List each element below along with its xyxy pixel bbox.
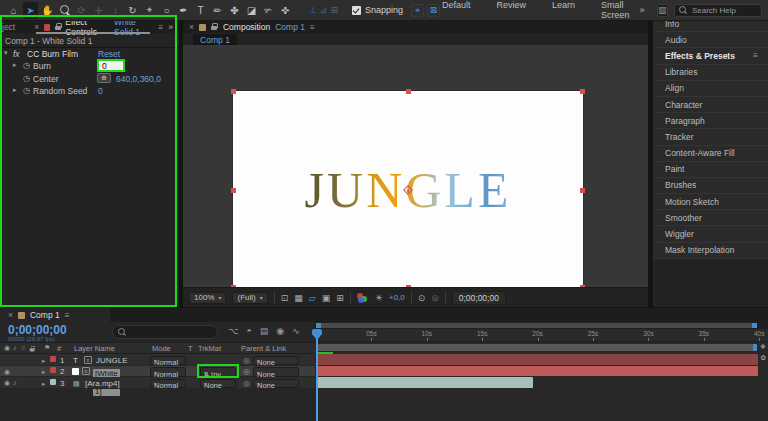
selection-tool[interactable]: ➤ [23, 2, 38, 19]
preview-timecode[interactable]: 0;00;00;00 [452, 291, 506, 305]
twirl-closed-icon[interactable]: ▸ [42, 357, 45, 365]
panel-mask-interpolation[interactable]: Mask Interpolation [653, 243, 768, 259]
snap-along-edges-icon[interactable]: ⊠ [427, 4, 440, 17]
resolution-dropdown[interactable]: (Full) ▾ [232, 292, 267, 304]
scrollbar-handle-left[interactable] [316, 323, 321, 328]
panel-menu-icon[interactable]: ≡ [159, 23, 164, 32]
duration-bar-jungle[interactable] [316, 354, 758, 365]
timeline-tab[interactable]: × Comp 1 ≡ [0, 308, 110, 322]
layer-color-chip[interactable] [50, 379, 56, 385]
panel-menu-icon[interactable]: ≡ [310, 23, 315, 32]
panel-smoother[interactable]: Smoother [653, 210, 768, 226]
home-tool[interactable]: ⌂ [6, 2, 21, 19]
view-axis-mode[interactable]: ⊞ [330, 5, 338, 15]
playhead-handle[interactable] [312, 329, 322, 340]
twirl-closed-icon[interactable]: ▸ [13, 61, 17, 69]
panel-paragraph[interactable]: Paragraph [653, 113, 768, 129]
point-target-button[interactable]: ⊕ [97, 73, 111, 83]
panel-wiggler[interactable]: Wiggler [653, 226, 768, 242]
panel-effects-presets[interactable]: Effects & Presets≡ [653, 48, 768, 64]
panel-content-aware-fill[interactable]: Content-Aware Fill [653, 146, 768, 162]
composition-pasteboard[interactable]: JUNGLE [183, 45, 648, 287]
orbit-camera-tool[interactable]: ⟳ [74, 2, 89, 19]
help-search-input[interactable]: Search Help [674, 4, 762, 17]
eye-icon[interactable]: ◉ [4, 344, 10, 352]
trkmat-dropdown[interactable]: None ▾ [200, 379, 236, 389]
blend-mode-dropdown[interactable]: Normal ▾ [150, 379, 186, 389]
scrollbar-thumb[interactable] [316, 323, 757, 328]
panel-align[interactable]: Align [653, 81, 768, 97]
layer-row-white-solid[interactable]: ◉ ▸ 2 ≡ [White Solid 1] Normal ▾ A.Inv ▾… [0, 366, 315, 378]
selection-handle-top-left[interactable] [231, 89, 236, 94]
effect-header-row[interactable]: ▾ fx CC Burn Film Reset [0, 49, 179, 59]
hand-tool[interactable]: ✋ [40, 2, 55, 19]
pickwhip-icon[interactable]: ◎ [243, 367, 250, 376]
pan-behind-tool[interactable]: ⌖ [142, 2, 157, 19]
eye-icon[interactable]: ◉ [4, 368, 10, 376]
pickwhip-icon[interactable]: ◎ [243, 379, 250, 388]
rotation-tool[interactable]: ↻ [125, 2, 140, 19]
layer-row-jungle[interactable]: ▸ 1 T ≡ JUNGLE Normal ▾ ◎ None ▾ [0, 354, 315, 366]
layer-row-ara-mp4[interactable]: ◉ ♪ ▸ 3 ▤ [Ara.mp4] Normal ▾ None ▾ ◎ No… [0, 377, 315, 389]
snapshot-icon[interactable]: ⊙ [418, 293, 426, 303]
world-axis-mode[interactable]: ⊿ [320, 5, 328, 15]
type-tool[interactable]: T [193, 2, 208, 19]
parent-link-dropdown[interactable]: None ▾ [253, 379, 299, 389]
work-area-bar[interactable] [316, 344, 757, 351]
param-row-random-seed[interactable]: ▸ ◷ Random Seed 0 [0, 86, 179, 96]
lock-icon[interactable] [30, 346, 36, 352]
timeline-zoom-scrollbar[interactable] [315, 322, 768, 329]
workspace-overflow-icon[interactable]: » [640, 5, 645, 15]
timeline-track-area[interactable]: 0s05s10s15s20s25s30s35s40s ❖✿ [315, 322, 768, 421]
timeline-search-input[interactable] [112, 325, 218, 339]
eraser-tool[interactable]: ◪ [244, 2, 259, 19]
snap-to-features-icon[interactable]: ⌖ [411, 4, 424, 17]
comp-button-icon[interactable]: ✿ [760, 354, 766, 362]
panel-character[interactable]: Character [653, 97, 768, 113]
selection-handle-mid-right[interactable] [580, 188, 585, 193]
audio-icon[interactable]: ♪ [13, 344, 17, 351]
composition-canvas[interactable]: JUNGLE [233, 91, 583, 288]
snapping-toggle[interactable]: Snapping [352, 5, 403, 15]
label-flag-icon[interactable]: ⚑ [44, 344, 50, 352]
burn-value-input[interactable]: 0 [97, 59, 125, 72]
composition-tab[interactable]: Composition [223, 22, 270, 32]
selection-handle-mid-left[interactable] [231, 188, 236, 193]
param-row-center[interactable]: ◷ Center ⊕ 640,0,360,0 [0, 74, 179, 84]
exposure-value[interactable]: +0,0 [389, 293, 405, 302]
always-preview-icon[interactable]: ⊡ [281, 293, 289, 303]
stopwatch-icon[interactable]: ◷ [23, 86, 30, 95]
trkmat-dropdown[interactable]: A.Inv ▾ [200, 367, 236, 377]
selection-handle-top-center[interactable] [406, 89, 411, 94]
panel-motion-sketch[interactable]: Motion Sketch [653, 194, 768, 210]
show-channel-icon[interactable] [357, 293, 369, 303]
parent-link-dropdown[interactable]: None ▾ [253, 367, 299, 377]
workspace-small-screen[interactable]: Small Screen [601, 0, 630, 20]
panel-menu-icon[interactable]: ≡ [753, 51, 758, 60]
panel-menu-icon[interactable]: ≡ [65, 311, 70, 320]
snapping-checkbox[interactable] [352, 6, 361, 15]
layer-color-chip[interactable] [50, 356, 56, 362]
motion-blur-icon[interactable]: ◉ [276, 326, 284, 336]
duration-bar-white-solid-1[interactable] [316, 366, 758, 377]
workspace-default[interactable]: Default [442, 0, 471, 20]
panel-libraries[interactable]: Libraries [653, 65, 768, 81]
reset-link[interactable]: Reset [98, 49, 120, 59]
local-axis-mode[interactable]: ⊥ [309, 5, 317, 15]
parent-link-dropdown[interactable]: None ▾ [253, 356, 299, 366]
stopwatch-icon[interactable]: ◷ [23, 61, 30, 70]
shy-icon[interactable]: ◓ [246, 326, 251, 336]
pen-tool[interactable]: ✒ [176, 2, 191, 19]
scrollbar-handle-right[interactable] [752, 323, 757, 328]
twirl-open-icon[interactable]: ▾ [4, 49, 8, 57]
workspace-review[interactable]: Review [497, 0, 527, 20]
graph-editor-icon[interactable]: ∿ [292, 326, 300, 336]
time-ruler[interactable]: 0s05s10s15s20s25s30s35s40s [315, 329, 768, 342]
region-of-interest-icon[interactable]: ▣ [322, 293, 331, 303]
random-seed-value[interactable]: 0 [98, 86, 103, 96]
composition-tab-target[interactable]: Comp 1 [275, 22, 305, 32]
close-icon[interactable]: × [189, 22, 194, 32]
guide-options-icon[interactable]: ⊞ [336, 293, 344, 303]
clone-stamp-tool[interactable]: ✤ [227, 2, 242, 19]
pan-camera-tool[interactable]: ✛ [91, 2, 106, 19]
